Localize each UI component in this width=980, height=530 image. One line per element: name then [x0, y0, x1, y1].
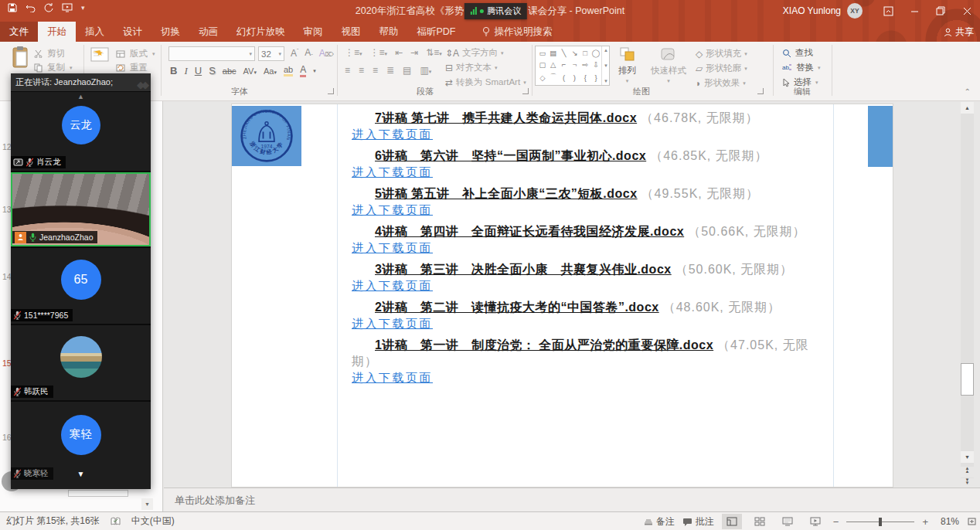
undo-icon[interactable]: [26, 4, 36, 12]
download-page-link[interactable]: 进入下载页面: [352, 240, 433, 256]
share-button[interactable]: 共享: [944, 25, 974, 39]
cut-button[interactable]: 剪切: [34, 48, 65, 59]
character-spacing-button[interactable]: AV▾: [243, 66, 257, 76]
minimize-button[interactable]: [901, 0, 927, 22]
download-page-link[interactable]: 进入下载页面: [352, 315, 433, 331]
grow-font-icon[interactable]: Aˆ: [291, 48, 298, 59]
text-direction-button[interactable]: 文字方向: [462, 47, 498, 59]
italic-button[interactable]: I: [184, 65, 187, 77]
bullets-icon[interactable]: ⋮≡▾: [345, 47, 362, 58]
replace-button[interactable]: 替换: [796, 62, 814, 73]
tab-animations[interactable]: 动画: [189, 22, 227, 42]
text-shadow-button[interactable]: S: [209, 65, 216, 76]
download-page-link[interactable]: 进入下载页面: [352, 164, 433, 180]
align-center-icon[interactable]: ≡: [359, 65, 364, 76]
shape-outline-button[interactable]: 形状轮廓: [706, 63, 741, 74]
reading-view-button[interactable]: [778, 514, 798, 529]
scrollbar-thumb[interactable]: [961, 363, 974, 396]
account-avatar[interactable]: XY: [847, 3, 863, 19]
tab-home[interactable]: 开始: [38, 22, 76, 42]
scroll-down-icon[interactable]: ▼: [961, 451, 974, 463]
shrink-font-icon[interactable]: Aˇ: [305, 47, 312, 59]
strikethrough-button[interactable]: abc: [223, 66, 236, 76]
reset-button[interactable]: 重置: [116, 62, 148, 73]
zoom-slider-thumb[interactable]: [879, 518, 882, 526]
tab-insert[interactable]: 插入: [76, 22, 114, 42]
start-slideshow-icon[interactable]: [62, 3, 73, 12]
customize-quick-access-icon[interactable]: ▾: [81, 4, 85, 12]
participant-tile[interactable]: 65 151****7965: [11, 248, 151, 324]
ribbon-display-options-icon[interactable]: [875, 0, 901, 22]
download-page-link[interactable]: 进入下载页面: [352, 277, 433, 294]
align-text-button[interactable]: 对齐文本: [456, 62, 492, 73]
align-left-icon[interactable]: ≡: [345, 65, 350, 76]
underline-button[interactable]: U: [195, 65, 202, 76]
close-button[interactable]: [954, 0, 980, 22]
layout-button[interactable]: 版式▾: [116, 48, 155, 59]
zoom-in-icon[interactable]: +: [922, 516, 928, 528]
font-size-combo[interactable]: 32▾: [258, 46, 284, 61]
arrange-button[interactable]: 排列 ▾: [618, 46, 636, 84]
justify-icon[interactable]: ≣: [386, 65, 394, 76]
distribute-icon[interactable]: ▤: [403, 65, 411, 76]
tab-help[interactable]: 帮助: [370, 22, 408, 42]
download-page-link[interactable]: 进入下载页面: [352, 369, 433, 386]
save-icon[interactable]: [8, 3, 17, 12]
tab-review[interactable]: 审阅: [294, 22, 332, 42]
doc-title-link[interactable]: 1讲稿 第一讲 制度治党： 全面从严治党的重要保障.docx: [375, 338, 713, 352]
slide-canvas[interactable]: ZHEJIANG UNIVERSITY OF FINANCE & ECONOMI…: [232, 104, 893, 487]
doc-title-link[interactable]: 3讲稿 第三讲 决胜全面小康 共襄复兴伟业.docx: [375, 263, 672, 276]
slideshow-view-button[interactable]: [805, 514, 825, 529]
slide-thumbnail[interactable]: [68, 490, 128, 497]
zoom-slider[interactable]: [846, 522, 914, 522]
doc-title-link[interactable]: 5讲稿 第五讲 补上全面小康“三农”短板.docx: [375, 187, 638, 200]
copy-button[interactable]: 复制 ▾: [34, 62, 73, 73]
doc-title-link[interactable]: 6讲稿 第六讲 坚持“一国两制”事业初心.docx: [375, 149, 646, 162]
tell-me-search[interactable]: 操作说明搜索: [473, 22, 562, 42]
align-right-icon[interactable]: ≡: [373, 65, 378, 76]
thumbnails-scroll-down-icon[interactable]: ▼: [141, 498, 153, 510]
highlight-color-button[interactable]: ab: [284, 65, 293, 76]
scroll-up-icon[interactable]: ▲: [961, 102, 974, 114]
decrease-indent-icon[interactable]: ⇤: [395, 47, 403, 58]
previous-slide-button[interactable]: ▲▲: [961, 467, 974, 477]
tab-slideshow[interactable]: 幻灯片放映: [227, 22, 294, 42]
zoom-out-icon[interactable]: −: [833, 516, 839, 528]
line-spacing-icon[interactable]: ⇅≡▾: [426, 47, 442, 58]
notes-pane[interactable]: 单击此处添加备注: [164, 488, 980, 511]
vertical-scrollbar[interactable]: ▲ ▼ ▲▲ ▼▼: [961, 102, 974, 487]
paste-button[interactable]: [11, 46, 29, 69]
drawing-dialog-launcher[interactable]: [757, 88, 764, 94]
participant-tile-video[interactable]: JeanzhaoZhao: [11, 172, 151, 246]
new-slide-button[interactable]: [90, 46, 111, 69]
numbering-icon[interactable]: ⋮≡▾: [370, 47, 388, 58]
collapse-ribbon-icon[interactable]: ⌃: [965, 87, 971, 96]
tencent-meeting-badge[interactable]: 腾讯会议: [464, 3, 527, 19]
shapes-gallery-scrollbar[interactable]: ▲▼▼: [601, 46, 610, 85]
participants-scroll-down-icon[interactable]: ▼: [77, 470, 85, 478]
shape-fill-button[interactable]: 形状填充: [706, 48, 741, 59]
doc-title-link[interactable]: 7讲稿 第七讲 携手共建人类命运共同体.docx: [375, 111, 637, 124]
participant-tile[interactable]: 韩跃民: [11, 325, 151, 400]
shape-effects-button[interactable]: 形状效果: [704, 77, 740, 89]
find-button[interactable]: 查找: [795, 47, 813, 59]
increase-indent-icon[interactable]: ⇥: [410, 47, 418, 58]
doc-title-link[interactable]: 4讲稿 第四讲 全面辩证长远看待我国经济发展.docx: [375, 225, 684, 238]
spellcheck-icon[interactable]: [111, 517, 121, 526]
convert-smartart-button[interactable]: 转换为 SmartArt: [456, 76, 520, 88]
quick-styles-button[interactable]: 快速样式 ▾: [651, 46, 686, 84]
clear-formatting-icon[interactable]: A⌦: [319, 48, 334, 59]
participants-scroll-up-icon[interactable]: ▲: [77, 93, 84, 100]
doc-title-link[interactable]: 2讲稿 第二讲 读懂抗疫大考的“中国答卷”.docx: [375, 301, 659, 314]
language-indicator[interactable]: 中文(中国): [131, 515, 175, 528]
change-case-button[interactable]: Aa▾: [264, 66, 277, 76]
bold-button[interactable]: B: [170, 65, 177, 76]
participant-tile[interactable]: 寒轻 晓寒轻 ▼: [11, 402, 151, 489]
normal-view-button[interactable]: [722, 514, 742, 529]
paragraph-dialog-launcher[interactable]: [522, 88, 529, 94]
tab-transitions[interactable]: 切换: [151, 22, 189, 42]
slide-counter[interactable]: 幻灯片 第15张, 共16张: [6, 515, 100, 528]
redo-icon[interactable]: [44, 3, 53, 12]
tab-file[interactable]: 文件: [0, 22, 38, 42]
tab-design[interactable]: 设计: [114, 22, 151, 42]
